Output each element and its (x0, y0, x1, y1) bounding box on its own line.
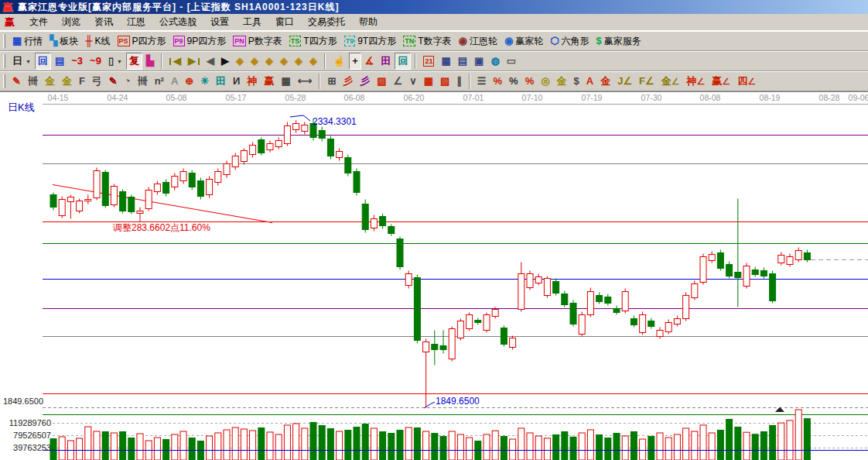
angle-lines-button[interactable]: ∠ (391, 73, 406, 90)
diamond-left-button[interactable]: ◈ (233, 53, 247, 70)
price-chart-svg[interactable]: 04-1504-2405-0805-1705-2806-0806-2007-01… (0, 92, 868, 460)
percent-button[interactable]: % (506, 73, 521, 90)
menu-news[interactable]: 资讯 (87, 13, 120, 31)
percent-strike-button[interactable]: % (490, 73, 506, 90)
comb-grid-button[interactable]: 卌 (25, 73, 41, 90)
winner-wheel-button[interactable]: ◉赢家轮 (501, 33, 546, 50)
fan-box-button[interactable]: ▨ (374, 73, 389, 90)
t-number-table-button[interactable]: TNT数字表 (400, 33, 454, 50)
circle-cross-button[interactable]: ⊕ (182, 73, 196, 90)
shen-tool-button[interactable]: 神 (244, 73, 260, 90)
kline-button[interactable]: ╫K线 (82, 33, 113, 50)
chart-area[interactable]: 04-1504-2405-0805-1705-2806-0806-2007-01… (0, 91, 868, 460)
angle-measure-button[interactable]: ∡ (362, 53, 378, 70)
diamond-star-button[interactable]: ◈ (306, 53, 320, 70)
parallel-lines-button[interactable]: ∥ (453, 73, 465, 90)
win-angle-button[interactable]: 赢∠ (709, 73, 733, 90)
percent-level-button[interactable]: % (522, 73, 538, 90)
menu-window[interactable]: 窗口 (268, 13, 301, 31)
diamond-hexpand-button[interactable]: ◈ (262, 53, 276, 70)
menu-help[interactable]: 帮助 (352, 13, 384, 31)
diamond-compress-button[interactable]: ◈ (292, 53, 306, 70)
n-squared-button[interactable]: n² (152, 73, 167, 90)
price-pencil-button[interactable]: $ (571, 73, 583, 90)
diamond-right-button[interactable]: ◈ (248, 53, 261, 70)
f-angle-button[interactable]: F∠ (636, 73, 658, 90)
f-grid-button[interactable]: F (76, 73, 88, 90)
j-angle-button[interactable]: J∠ (614, 73, 635, 90)
spiral-button[interactable]: 弓 (89, 73, 105, 90)
notes-button[interactable]: ▤ (455, 53, 470, 70)
gold-level-button[interactable]: 金 (554, 73, 570, 90)
print-button[interactable]: ▭ (504, 53, 519, 70)
diamond-cross-button[interactable]: ◈ (277, 53, 291, 70)
width-arrows-button[interactable]: ⟷ (295, 73, 316, 90)
network-button[interactable]: ◍ (487, 53, 502, 70)
win-tool-button[interactable]: 赢 (261, 73, 277, 90)
menu-file[interactable]: 文件 (22, 13, 55, 31)
gold-comb2-button[interactable]: 金 (59, 73, 75, 90)
toolbar-grip[interactable] (3, 74, 5, 88)
gold-under-button[interactable]: 金 (597, 73, 613, 90)
hexagon-button[interactable]: ⬡六角形 (547, 33, 592, 50)
grid-arrow-button[interactable]: ▧ (437, 73, 453, 90)
gann-grid-button[interactable]: 田 (378, 53, 394, 70)
9p-square-button[interactable]: P99P四方形 (170, 33, 230, 50)
menu-trade[interactable]: 交易委托 (301, 13, 352, 31)
next-button[interactable]: ▶ (218, 53, 232, 70)
menu-gann[interactable]: 江恩 (120, 13, 152, 31)
calculator-button[interactable]: ▦ (438, 53, 453, 70)
distribution-chart-button[interactable]: ▙ (143, 53, 157, 70)
save-button[interactable]: ▣ (471, 53, 487, 70)
last-page-button[interactable]: ▶ (185, 53, 203, 70)
period-day-dropdown[interactable]: 日▼ (9, 53, 34, 70)
sectors-button[interactable]: ▚板块 (46, 33, 81, 50)
prev-button[interactable]: ◀ (203, 53, 217, 70)
p-number-table-button[interactable]: PNP数字表 (230, 33, 285, 50)
fan-purple-button[interactable]: 彡 (357, 73, 373, 90)
quotes-button[interactable]: ▦行情 (9, 33, 46, 50)
first-page-button[interactable]: ◀ (166, 53, 184, 70)
winner-service-button[interactable]: $赢家服务 (593, 33, 644, 50)
shen-angle-button[interactable]: 神∠ (684, 73, 709, 90)
star-grid-button[interactable]: ✳ (197, 73, 212, 90)
gann-shape-button[interactable]: 回 (395, 53, 411, 70)
grid-red-button[interactable]: ▦ (421, 73, 436, 90)
9t-square-button[interactable]: T99T四方形 (341, 33, 400, 50)
zoom-overlap-button[interactable]: 回 (35, 53, 51, 70)
adjust-price-button[interactable]: 复 (126, 53, 142, 70)
ruler-scale-button[interactable]: ☰ (474, 73, 490, 90)
time-cycle-button[interactable]: ◔ (121, 73, 134, 90)
pan-hand-button[interactable]: ☝ (330, 53, 348, 70)
ma9-button[interactable]: ~9 (87, 53, 104, 70)
gold-circle-button[interactable]: ◎ (538, 73, 552, 90)
fan-red-button[interactable]: 彡 (340, 73, 356, 90)
wave-mark-button[interactable]: И (230, 73, 243, 90)
t-square-button[interactable]: TST四方形 (286, 33, 340, 50)
calendar-button[interactable]: 21 (420, 53, 437, 70)
red-pencil-button[interactable]: ✎ (106, 73, 121, 90)
four-angle-button[interactable]: 四∠ (734, 73, 759, 90)
draw-pencil-button[interactable]: ✎ (9, 73, 24, 90)
box-chart-button[interactable]: ⊞ (324, 73, 339, 90)
hollow-candle-dropdown[interactable]: ▯▼ (105, 53, 125, 70)
menu-formula-stock-pick[interactable]: 公式选股 (152, 13, 203, 31)
menu-browse[interactable]: 浏览 (55, 13, 87, 31)
crosshair-button[interactable]: + (349, 53, 361, 70)
grid-123-button[interactable]: ▦ (278, 73, 293, 90)
info-panel-button[interactable]: ▤ (52, 53, 67, 70)
wave-a-button[interactable]: A (583, 73, 596, 90)
box-grid-button[interactable]: 田 (213, 73, 229, 90)
gold-comb-button[interactable]: 金 (42, 73, 58, 90)
wave-v-button[interactable]: ∨ (406, 73, 420, 90)
menu-settings[interactable]: 设置 (203, 13, 236, 31)
p-square-button[interactable]: PSP四方形 (114, 33, 169, 50)
menu-tools[interactable]: 工具 (236, 13, 268, 31)
gold-angle-button[interactable]: 金∠ (658, 73, 683, 90)
fan-a-button[interactable]: A (168, 73, 181, 90)
gann-wheel-button[interactable]: ◉江恩轮 (456, 33, 501, 50)
toolbar-grip[interactable] (3, 54, 5, 68)
toolbar-grip[interactable] (3, 34, 5, 48)
comb-grid2-button[interactable]: 卌 (135, 73, 151, 90)
ma3-button[interactable]: ~3 (68, 53, 86, 70)
